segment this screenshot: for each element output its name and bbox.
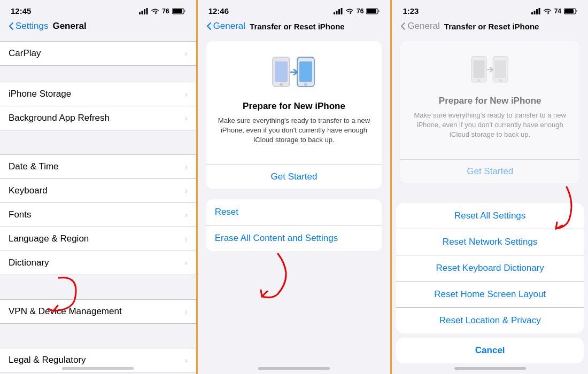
svg-point-29 bbox=[477, 79, 480, 82]
phone-2: 12:46 76 Ge bbox=[196, 0, 392, 374]
svg-rect-8 bbox=[336, 11, 338, 14]
erase-label-2: Erase All Content and Settings bbox=[215, 233, 338, 244]
reset-label-2: Reset bbox=[215, 207, 238, 217]
back-label-1: Settings bbox=[16, 21, 48, 32]
row-vpn[interactable]: VPN & Device Management › bbox=[0, 299, 196, 324]
reset-home-screen-label: Reset Home Screen Layout bbox=[434, 289, 546, 300]
fonts-chevron: › bbox=[185, 211, 188, 219]
svg-rect-2 bbox=[144, 9, 145, 14]
cancel-button-3[interactable]: Cancel bbox=[396, 338, 584, 363]
action-reset-home-screen[interactable]: Reset Home Screen Layout bbox=[396, 282, 584, 308]
content-1: CarPlay › iPhone Storage › Background Ap… bbox=[0, 36, 196, 374]
battery-icon: 76 bbox=[162, 7, 169, 15]
svg-rect-12 bbox=[367, 9, 376, 13]
svg-rect-25 bbox=[564, 9, 574, 13]
row-language-region[interactable]: Language & Region › bbox=[0, 227, 196, 251]
prepare-card-desc-2: Make sure everything's ready to transfer… bbox=[215, 116, 374, 145]
vpn-chevron: › bbox=[185, 307, 188, 316]
back-label-3: General bbox=[407, 21, 439, 32]
reset-location-label: Reset Location & Privacy bbox=[439, 315, 541, 326]
carplay-label: CarPlay bbox=[9, 48, 41, 59]
battery-body-icon-2 bbox=[366, 8, 380, 14]
svg-rect-3 bbox=[146, 8, 148, 14]
section-vpn: VPN & Device Management › bbox=[0, 299, 196, 324]
action-reset-network[interactable]: Reset Network Settings bbox=[396, 229, 584, 255]
svg-rect-23 bbox=[538, 8, 540, 14]
svg-rect-9 bbox=[338, 9, 340, 14]
nav-title-1: General bbox=[52, 21, 86, 32]
row-keyboard[interactable]: Keyboard › bbox=[0, 179, 196, 203]
time-2: 12:46 bbox=[208, 6, 229, 15]
row-fonts[interactable]: Fonts › bbox=[0, 203, 196, 227]
battery-icon-3: 74 bbox=[554, 7, 561, 15]
reset-keyboard-label: Reset Keyboard Dictionary bbox=[436, 263, 544, 274]
reset-network-label: Reset Network Settings bbox=[443, 237, 538, 247]
dictionary-label: Dictionary bbox=[9, 258, 49, 268]
vpn-label: VPN & Device Management bbox=[9, 306, 122, 317]
iphone-storage-chevron: › bbox=[185, 90, 188, 98]
dimmed-content-3: Prepare for New iPhone Make sure everyth… bbox=[392, 36, 588, 189]
signal-icon bbox=[139, 8, 148, 14]
reset-all-settings-label: Reset All Settings bbox=[454, 211, 525, 221]
svg-rect-22 bbox=[536, 9, 538, 14]
nav-bar-3: General Transfer or Reset iPhone bbox=[392, 19, 588, 36]
svg-rect-15 bbox=[275, 61, 288, 82]
section-carplay: CarPlay › bbox=[0, 41, 196, 66]
signal-icon-2 bbox=[334, 8, 343, 14]
back-chevron-icon-3 bbox=[400, 22, 406, 30]
svg-rect-13 bbox=[378, 10, 380, 12]
back-button-3[interactable]: General bbox=[400, 21, 439, 32]
wifi-icon bbox=[151, 8, 159, 14]
section-storage: iPhone Storage › Background App Refresh … bbox=[0, 82, 196, 130]
nav-bar-2: General Transfer or Reset iPhone bbox=[198, 19, 391, 36]
row-dictionary[interactable]: Dictionary › bbox=[0, 251, 196, 275]
back-chevron-icon-1 bbox=[9, 22, 14, 30]
date-time-chevron: › bbox=[185, 162, 188, 171]
row-reset-2[interactable]: Reset bbox=[206, 199, 382, 225]
battery-icon-2: 76 bbox=[357, 7, 363, 15]
row-background-refresh[interactable]: Background App Refresh › bbox=[0, 106, 196, 130]
row-erase-2[interactable]: Erase All Content and Settings bbox=[206, 225, 382, 251]
back-button-2[interactable]: General bbox=[206, 21, 245, 32]
back-button-1[interactable]: Settings bbox=[9, 21, 48, 32]
row-iphone-storage[interactable]: iPhone Storage › bbox=[0, 82, 196, 106]
action-reset-all-settings[interactable]: Reset All Settings bbox=[396, 203, 584, 229]
back-label-2: General bbox=[213, 21, 245, 32]
row-carplay[interactable]: CarPlay › bbox=[0, 41, 196, 66]
status-icons-3: 74 bbox=[531, 7, 577, 15]
svg-rect-5 bbox=[173, 9, 182, 13]
svg-rect-6 bbox=[184, 10, 185, 12]
action-reset-keyboard[interactable]: Reset Keyboard Dictionary bbox=[396, 255, 584, 282]
background-refresh-label: Background App Refresh bbox=[9, 113, 110, 123]
background-refresh-chevron: › bbox=[185, 114, 188, 122]
svg-rect-1 bbox=[142, 11, 143, 14]
dictionary-chevron: › bbox=[185, 259, 188, 267]
prepare-card-3: Prepare for New iPhone Make sure everyth… bbox=[400, 41, 579, 183]
home-indicator-2 bbox=[258, 367, 330, 370]
status-bar-3: 1:23 74 bbox=[392, 0, 588, 19]
status-bar-1: 12:45 76 bbox=[0, 0, 196, 19]
iphone-transfer-icon-3 bbox=[466, 52, 514, 89]
get-started-button-3[interactable]: Get Started bbox=[400, 159, 579, 183]
prepare-card-2: Prepare for New iPhone Make sure everyth… bbox=[206, 41, 382, 189]
prepare-card-title-2: Prepare for New iPhone bbox=[243, 101, 345, 112]
svg-rect-21 bbox=[533, 11, 535, 14]
gap-3 bbox=[0, 275, 196, 294]
action-reset-location[interactable]: Reset Location & Privacy bbox=[396, 308, 584, 333]
svg-rect-18 bbox=[299, 61, 312, 82]
action-sheet-cancel-3: Cancel bbox=[396, 338, 584, 363]
back-chevron-icon-2 bbox=[206, 22, 212, 30]
section-keyboard: Date & Time › Keyboard › Fonts › Languag… bbox=[0, 154, 196, 275]
battery-body-icon-3 bbox=[564, 8, 577, 14]
phone-1: 12:45 76 Se bbox=[0, 0, 196, 374]
action-sheet-3: Reset All Settings Reset Network Setting… bbox=[392, 203, 588, 374]
get-started-button-2[interactable]: Get Started bbox=[206, 165, 382, 189]
status-icons-2: 76 bbox=[334, 7, 380, 15]
svg-rect-0 bbox=[139, 12, 141, 14]
signal-icon-3 bbox=[531, 8, 540, 14]
gap-4 bbox=[0, 324, 196, 342]
prepare-card-content-3: Prepare for New iPhone Make sure everyth… bbox=[400, 41, 579, 159]
svg-point-32 bbox=[499, 79, 501, 82]
row-date-time[interactable]: Date & Time › bbox=[0, 154, 196, 179]
status-bar-2: 12:46 76 bbox=[198, 0, 391, 19]
